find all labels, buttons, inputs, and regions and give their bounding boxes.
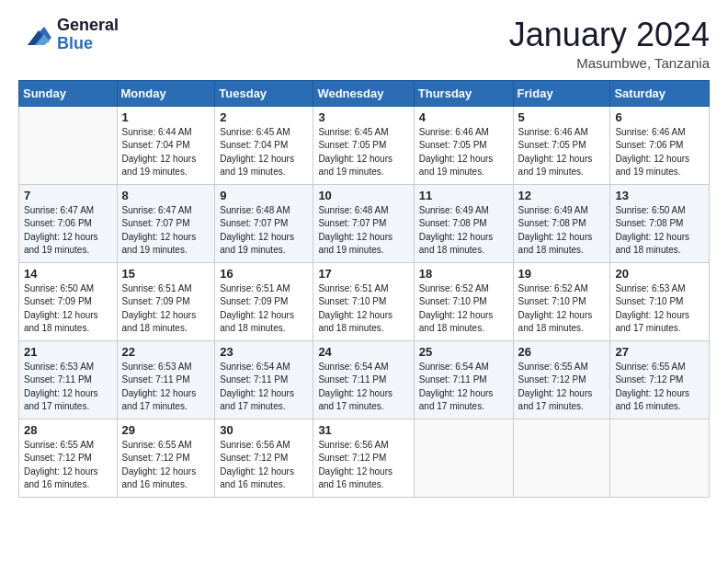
day-number: 28 — [24, 423, 112, 437]
cell-details: Sunrise: 6:52 AMSunset: 7:10 PMDaylight:… — [518, 282, 606, 336]
calendar-cell: 23Sunrise: 6:54 AMSunset: 7:11 PMDayligh… — [215, 340, 313, 419]
cell-details: Sunrise: 6:47 AMSunset: 7:07 PMDaylight:… — [122, 204, 210, 258]
day-number: 21 — [24, 345, 112, 359]
day-number: 9 — [220, 189, 308, 202]
calendar-week-5: 28Sunrise: 6:55 AMSunset: 7:12 PMDayligh… — [19, 419, 710, 497]
cell-details: Sunrise: 6:52 AMSunset: 7:10 PMDaylight:… — [419, 282, 508, 336]
day-number: 25 — [419, 345, 508, 359]
day-number: 15 — [122, 267, 210, 281]
calendar-cell: 13Sunrise: 6:50 AMSunset: 7:08 PMDayligh… — [610, 184, 710, 262]
cell-details: Sunrise: 6:49 AMSunset: 7:08 PMDaylight:… — [518, 204, 606, 258]
calendar-cell: 12Sunrise: 6:49 AMSunset: 7:08 PMDayligh… — [513, 184, 610, 262]
day-header-monday: Monday — [117, 80, 215, 106]
day-number: 2 — [220, 110, 308, 124]
cell-details: Sunrise: 6:55 AMSunset: 7:12 PMDaylight:… — [615, 361, 704, 414]
calendar-cell — [610, 419, 710, 497]
day-header-saturday: Saturday — [610, 80, 710, 106]
cell-details: Sunrise: 6:46 AMSunset: 7:05 PMDaylight:… — [518, 126, 606, 179]
calendar-cell: 17Sunrise: 6:51 AMSunset: 7:10 PMDayligh… — [313, 262, 414, 340]
day-number: 31 — [318, 423, 408, 437]
calendar-cell: 11Sunrise: 6:49 AMSunset: 7:08 PMDayligh… — [414, 184, 513, 262]
day-number: 14 — [24, 267, 112, 281]
cell-details: Sunrise: 6:51 AMSunset: 7:09 PMDaylight:… — [220, 282, 308, 336]
header: General Blue January 2024 Masumbwe, Tanz… — [18, 17, 710, 71]
day-number: 8 — [122, 189, 210, 202]
calendar-cell: 9Sunrise: 6:48 AMSunset: 7:07 PMDaylight… — [215, 184, 313, 262]
title-block: January 2024 Masumbwe, Tanzania — [509, 17, 710, 71]
calendar-cell: 29Sunrise: 6:55 AMSunset: 7:12 PMDayligh… — [117, 419, 215, 497]
day-number: 1 — [122, 110, 210, 124]
day-number: 30 — [220, 423, 308, 437]
day-number: 17 — [318, 267, 408, 281]
calendar-cell — [414, 419, 513, 497]
cell-details: Sunrise: 6:54 AMSunset: 7:11 PMDaylight:… — [419, 361, 508, 414]
cell-details: Sunrise: 6:54 AMSunset: 7:11 PMDaylight:… — [220, 361, 308, 414]
day-number: 13 — [615, 189, 704, 202]
cell-details: Sunrise: 6:55 AMSunset: 7:12 PMDaylight:… — [122, 439, 210, 492]
cell-details: Sunrise: 6:46 AMSunset: 7:05 PMDaylight:… — [419, 126, 508, 179]
cell-details: Sunrise: 6:48 AMSunset: 7:07 PMDaylight:… — [220, 204, 308, 258]
logo-icon — [18, 17, 53, 52]
location: Masumbwe, Tanzania — [509, 55, 710, 71]
calendar-cell: 31Sunrise: 6:56 AMSunset: 7:12 PMDayligh… — [313, 419, 414, 497]
day-number: 6 — [615, 110, 704, 124]
day-number: 27 — [615, 345, 704, 359]
logo-blue-text: Blue — [57, 35, 119, 53]
day-number: 26 — [518, 345, 606, 359]
calendar-cell: 18Sunrise: 6:52 AMSunset: 7:10 PMDayligh… — [414, 262, 513, 340]
day-header-friday: Friday — [513, 80, 610, 106]
calendar-cell: 24Sunrise: 6:54 AMSunset: 7:11 PMDayligh… — [313, 340, 414, 419]
calendar-week-4: 21Sunrise: 6:53 AMSunset: 7:11 PMDayligh… — [19, 340, 710, 419]
calendar-cell — [513, 419, 610, 497]
calendar-cell: 3Sunrise: 6:45 AMSunset: 7:05 PMDaylight… — [313, 106, 414, 184]
cell-details: Sunrise: 6:45 AMSunset: 7:04 PMDaylight:… — [220, 126, 308, 179]
day-number: 4 — [419, 110, 508, 124]
month-title: January 2024 — [509, 17, 710, 53]
day-header-sunday: Sunday — [19, 80, 118, 106]
day-number: 24 — [318, 345, 408, 359]
day-number: 29 — [122, 423, 210, 437]
calendar-cell: 25Sunrise: 6:54 AMSunset: 7:11 PMDayligh… — [414, 340, 513, 419]
cell-details: Sunrise: 6:53 AMSunset: 7:11 PMDaylight:… — [122, 361, 210, 414]
cell-details: Sunrise: 6:55 AMSunset: 7:12 PMDaylight:… — [24, 439, 112, 492]
cell-details: Sunrise: 6:53 AMSunset: 7:10 PMDaylight:… — [615, 282, 704, 336]
calendar-cell: 16Sunrise: 6:51 AMSunset: 7:09 PMDayligh… — [215, 262, 313, 340]
calendar-header-row: SundayMondayTuesdayWednesdayThursdayFrid… — [19, 80, 710, 106]
calendar-cell: 14Sunrise: 6:50 AMSunset: 7:09 PMDayligh… — [19, 262, 118, 340]
calendar-cell: 5Sunrise: 6:46 AMSunset: 7:05 PMDaylight… — [513, 106, 610, 184]
calendar-cell: 21Sunrise: 6:53 AMSunset: 7:11 PMDayligh… — [19, 340, 118, 419]
cell-details: Sunrise: 6:56 AMSunset: 7:12 PMDaylight:… — [318, 439, 408, 492]
day-number: 5 — [518, 110, 606, 124]
day-number: 18 — [419, 267, 508, 281]
calendar-cell: 7Sunrise: 6:47 AMSunset: 7:06 PMDaylight… — [19, 184, 118, 262]
calendar-cell: 4Sunrise: 6:46 AMSunset: 7:05 PMDaylight… — [414, 106, 513, 184]
cell-details: Sunrise: 6:55 AMSunset: 7:12 PMDaylight:… — [518, 361, 606, 414]
cell-details: Sunrise: 6:46 AMSunset: 7:06 PMDaylight:… — [615, 126, 704, 179]
cell-details: Sunrise: 6:50 AMSunset: 7:09 PMDaylight:… — [24, 282, 112, 336]
logo-general-text: General — [57, 17, 119, 35]
calendar-cell: 19Sunrise: 6:52 AMSunset: 7:10 PMDayligh… — [513, 262, 610, 340]
calendar-cell: 20Sunrise: 6:53 AMSunset: 7:10 PMDayligh… — [610, 262, 710, 340]
day-number: 3 — [318, 110, 408, 124]
day-number: 22 — [122, 345, 210, 359]
calendar-cell: 15Sunrise: 6:51 AMSunset: 7:09 PMDayligh… — [117, 262, 215, 340]
cell-details: Sunrise: 6:54 AMSunset: 7:11 PMDaylight:… — [318, 361, 408, 414]
calendar-week-3: 14Sunrise: 6:50 AMSunset: 7:09 PMDayligh… — [19, 262, 710, 340]
day-number: 19 — [518, 267, 606, 281]
cell-details: Sunrise: 6:53 AMSunset: 7:11 PMDaylight:… — [24, 361, 112, 414]
day-number: 23 — [220, 345, 308, 359]
day-number: 11 — [419, 189, 508, 202]
cell-details: Sunrise: 6:44 AMSunset: 7:04 PMDaylight:… — [122, 126, 210, 179]
day-number: 16 — [220, 267, 308, 281]
cell-details: Sunrise: 6:47 AMSunset: 7:06 PMDaylight:… — [24, 204, 112, 258]
calendar-cell: 1Sunrise: 6:44 AMSunset: 7:04 PMDaylight… — [117, 106, 215, 184]
cell-details: Sunrise: 6:48 AMSunset: 7:07 PMDaylight:… — [318, 204, 408, 258]
cell-details: Sunrise: 6:56 AMSunset: 7:12 PMDaylight:… — [220, 439, 308, 492]
day-header-tuesday: Tuesday — [215, 80, 313, 106]
cell-details: Sunrise: 6:49 AMSunset: 7:08 PMDaylight:… — [419, 204, 508, 258]
day-header-wednesday: Wednesday — [313, 80, 414, 106]
day-number: 7 — [24, 189, 112, 202]
calendar-cell: 26Sunrise: 6:55 AMSunset: 7:12 PMDayligh… — [513, 340, 610, 419]
day-number: 20 — [615, 267, 704, 281]
calendar-cell — [19, 106, 118, 184]
